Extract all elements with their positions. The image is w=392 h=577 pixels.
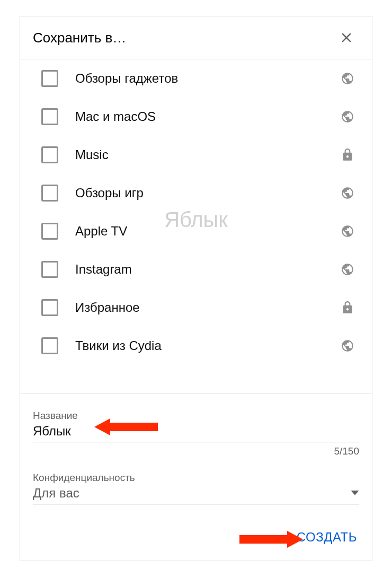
lock-icon	[340, 147, 355, 162]
playlist-item[interactable]: Instagram	[20, 250, 372, 288]
dialog-title: Сохранить в…	[33, 30, 126, 46]
playlist-item[interactable]: Избранное	[20, 288, 372, 327]
playlist-label: Обзоры игр	[75, 186, 340, 200]
name-field-group: Название 5/150	[33, 410, 359, 457]
globe-icon	[340, 186, 355, 200]
globe-icon	[340, 262, 355, 277]
playlist-item[interactable]: Apple TV	[20, 212, 372, 250]
create-playlist-section: Название 5/150 Конфиденциальность Для ва…	[20, 394, 372, 561]
playlist-checkbox[interactable]	[41, 299, 58, 316]
playlist-item[interactable]: Mac и macOS	[20, 98, 372, 136]
privacy-field-label: Конфиденциальность	[33, 472, 359, 484]
globe-icon	[340, 224, 355, 239]
name-field-label: Название	[33, 410, 359, 422]
dialog-header: Сохранить в…	[20, 16, 372, 59]
playlist-item[interactable]: Обзоры игр	[20, 174, 372, 212]
playlist-label: Mac и macOS	[75, 109, 340, 124]
playlist-checkbox[interactable]	[41, 223, 58, 240]
globe-icon	[340, 109, 355, 124]
playlist-list[interactable]: Яблык Обзоры гаджетовMac и macOSMusicОбз…	[20, 59, 372, 394]
close-button[interactable]	[337, 28, 356, 47]
close-icon	[338, 30, 354, 46]
privacy-field-group: Конфиденциальность Для вас	[33, 472, 359, 504]
playlist-checkbox[interactable]	[41, 185, 58, 202]
playlist-label: Apple TV	[75, 224, 340, 239]
playlist-checkbox[interactable]	[41, 337, 58, 354]
lock-icon	[340, 300, 355, 315]
playlist-checkbox[interactable]	[41, 108, 58, 125]
playlist-label: Избранное	[75, 300, 340, 315]
char-counter: 5/150	[33, 445, 359, 457]
globe-icon	[340, 71, 355, 86]
create-button[interactable]: СОЗДАТЬ	[295, 526, 359, 549]
privacy-value: Для вас	[33, 486, 79, 501]
privacy-select[interactable]: Для вас	[33, 486, 359, 504]
playlist-label: Music	[75, 147, 340, 162]
chevron-down-icon	[351, 488, 359, 498]
playlist-checkbox[interactable]	[41, 146, 58, 163]
playlist-checkbox[interactable]	[41, 70, 58, 87]
globe-icon	[340, 338, 355, 353]
dialog-actions: СОЗДАТЬ	[33, 526, 359, 549]
playlist-label: Твики из Cydia	[75, 338, 340, 353]
playlist-item[interactable]: Music	[20, 136, 372, 174]
playlist-label: Обзоры гаджетов	[75, 71, 340, 86]
playlist-name-input[interactable]	[33, 424, 359, 439]
playlist-label: Instagram	[75, 262, 340, 277]
save-to-playlist-dialog: Сохранить в… Яблык Обзоры гаджетовMac и …	[20, 16, 372, 561]
playlist-item[interactable]: Обзоры гаджетов	[20, 59, 372, 98]
playlist-checkbox[interactable]	[41, 261, 58, 278]
playlist-item[interactable]: Твики из Cydia	[20, 327, 372, 365]
